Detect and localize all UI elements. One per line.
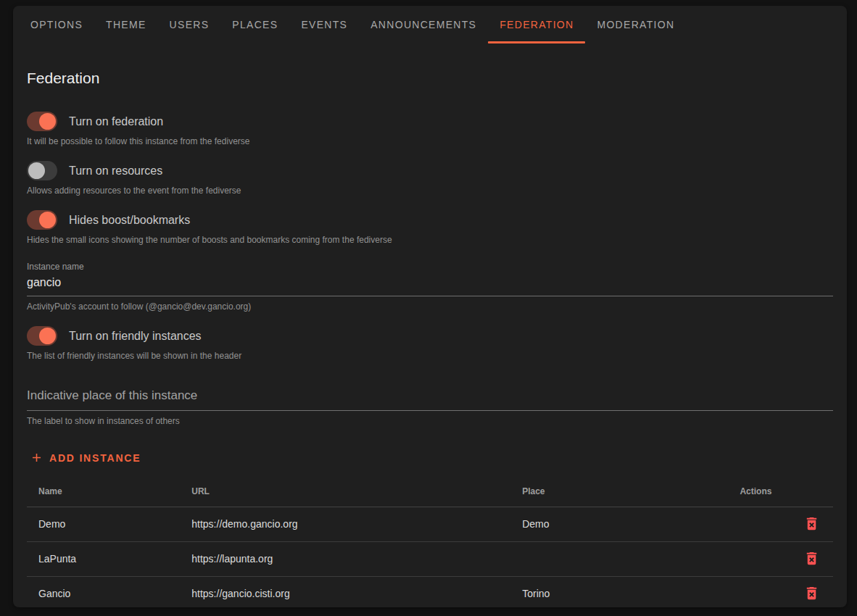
toggle-thumb bbox=[39, 328, 56, 344]
friendly-toggle-hint: The list of friendly instances will be s… bbox=[27, 351, 833, 361]
boost-toggle[interactable] bbox=[27, 210, 57, 230]
column-header-url: URL bbox=[180, 476, 510, 507]
tab-moderation[interactable]: MODERATION bbox=[585, 6, 686, 43]
friendly-toggle[interactable] bbox=[27, 326, 57, 346]
instances-table: Name URL Place Actions Demo https://demo… bbox=[27, 476, 833, 611]
instance-name: LaPunta bbox=[27, 541, 180, 576]
friendly-toggle-label: Turn on friendly instances bbox=[69, 330, 202, 343]
boost-toggle-hint: Hides the small icons showing the number… bbox=[27, 235, 833, 245]
resources-toggle-label: Turn on resources bbox=[69, 165, 162, 178]
column-header-actions: Actions bbox=[728, 476, 833, 507]
tab-events[interactable]: EVENTS bbox=[289, 6, 359, 43]
toggle-thumb bbox=[28, 162, 45, 179]
federation-toggle-row: Turn on federation bbox=[27, 112, 833, 131]
table-header-row: Name URL Place Actions bbox=[27, 476, 833, 507]
resources-toggle-hint: Allows adding resources to the event fro… bbox=[27, 186, 833, 196]
instance-url: https://gancio.cisti.org bbox=[180, 576, 510, 611]
instance-url: https://demo.gancio.org bbox=[180, 507, 510, 541]
instance-place: Torino bbox=[510, 576, 728, 611]
tab-announcements[interactable]: ANNOUNCEMENTS bbox=[359, 6, 488, 43]
instance-name-label: Instance name bbox=[27, 262, 833, 272]
instance-place bbox=[510, 541, 728, 576]
federation-toggle[interactable] bbox=[27, 112, 57, 131]
trash-delete-icon bbox=[803, 523, 820, 534]
delete-instance-button[interactable] bbox=[802, 549, 821, 568]
federation-settings: Federation Turn on federation It will be… bbox=[13, 68, 847, 611]
toggle-thumb bbox=[39, 113, 56, 130]
table-row: Gancio https://gancio.cisti.org Torino bbox=[27, 576, 833, 611]
tab-places[interactable]: PLACES bbox=[220, 6, 289, 43]
admin-panel: OPTIONS THEME USERS PLACES EVENTS ANNOUN… bbox=[13, 6, 847, 607]
tab-options[interactable]: OPTIONS bbox=[19, 6, 94, 43]
toggle-thumb bbox=[39, 212, 56, 228]
federation-toggle-hint: It will be possible to follow this insta… bbox=[27, 136, 833, 146]
instance-name: Gancio bbox=[27, 576, 180, 611]
page-title: Federation bbox=[27, 68, 833, 88]
trash-delete-icon bbox=[803, 593, 820, 604]
tab-users[interactable]: USERS bbox=[158, 6, 221, 43]
admin-tabs: OPTIONS THEME USERS PLACES EVENTS ANNOUN… bbox=[13, 6, 847, 43]
friendly-toggle-row: Turn on friendly instances bbox=[27, 326, 833, 346]
delete-instance-button[interactable] bbox=[802, 583, 821, 603]
trash-delete-icon bbox=[803, 558, 820, 569]
instance-place-input[interactable] bbox=[27, 387, 833, 411]
table-row: Demo https://demo.gancio.org Demo bbox=[27, 507, 833, 541]
instance-place: Demo bbox=[510, 507, 728, 541]
resources-toggle[interactable] bbox=[27, 161, 57, 180]
tab-federation[interactable]: FEDERATION bbox=[488, 6, 585, 43]
add-instance-label: ADD INSTANCE bbox=[49, 452, 141, 464]
instance-name-hint: ActivityPub's account to follow (@gancio… bbox=[27, 301, 833, 312]
add-instance-button[interactable]: ADD INSTANCE bbox=[27, 446, 144, 469]
boost-toggle-row: Hides boost/bookmarks bbox=[27, 210, 833, 230]
instance-name-field: Instance name bbox=[27, 262, 833, 296]
column-header-place: Place bbox=[510, 476, 728, 507]
column-header-name: Name bbox=[27, 476, 180, 507]
delete-instance-button[interactable] bbox=[802, 514, 821, 533]
boost-toggle-label: Hides boost/bookmarks bbox=[69, 214, 190, 227]
federation-toggle-label: Turn on federation bbox=[69, 115, 163, 128]
instance-name-input[interactable] bbox=[27, 275, 833, 296]
plus-icon bbox=[30, 451, 44, 465]
resources-toggle-row: Turn on resources bbox=[27, 161, 833, 180]
instance-place-hint: The label to show in instances of others bbox=[27, 416, 833, 426]
instance-name: Demo bbox=[27, 507, 180, 541]
instance-place-field bbox=[27, 387, 833, 411]
table-row: LaPunta https://lapunta.org bbox=[27, 541, 833, 576]
tab-theme[interactable]: THEME bbox=[94, 6, 158, 43]
instance-url: https://lapunta.org bbox=[180, 541, 510, 576]
